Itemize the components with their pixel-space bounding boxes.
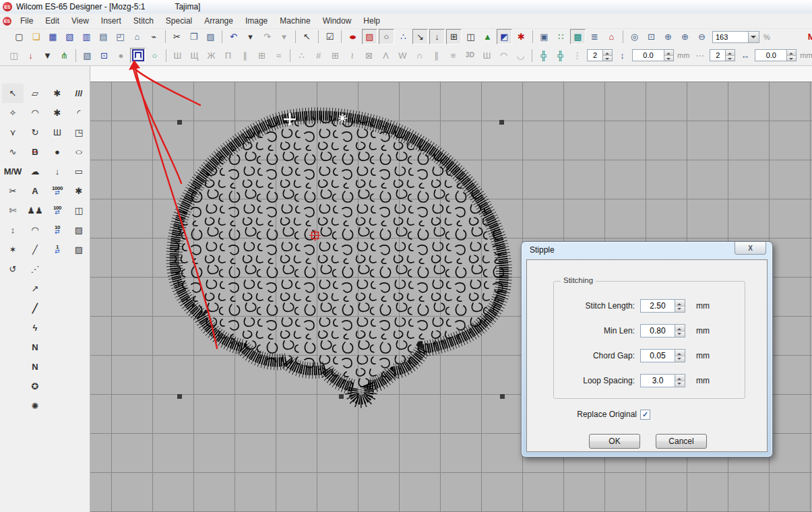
select-object-icon[interactable]: ↖	[299, 29, 315, 44]
trim-stitches-tool[interactable]: ✂	[2, 181, 24, 201]
reshape-tool[interactable]: ▱	[24, 84, 46, 103]
fancy-fill-icon[interactable]: Ш	[479, 48, 495, 63]
paste-icon[interactable]: ▨	[203, 29, 218, 44]
triangle-fill-icon[interactable]: Λ	[378, 48, 394, 63]
loop-spacing-input[interactable]	[640, 374, 675, 387]
ok-button[interactable]: OK	[589, 434, 640, 449]
cols-count-spinner-buttons[interactable]	[725, 49, 735, 61]
copy-icon[interactable]: ❐	[186, 29, 201, 44]
outline-design-icon[interactable]: ○	[147, 48, 162, 63]
stipple-dialog[interactable]: Stipple X Stitching Stitch Length: mm Mi…	[521, 241, 773, 457]
title-bar[interactable]: ES Wilcom ES-65 Designer - [Mozg-5:1 Taj…	[0, 0, 812, 14]
cut-needle-tool[interactable]: ✄	[2, 201, 24, 220]
cloud-shape-tool[interactable]: ☁	[24, 162, 46, 181]
polygon-select-tool[interactable]: ✧	[2, 103, 24, 123]
save-design-icon[interactable]: ▦	[45, 29, 61, 44]
menu-arrange[interactable]: Arrange	[198, 14, 239, 28]
image-tool-1[interactable]: ▨	[68, 220, 90, 240]
connector-tool-icon[interactable]: ▼	[40, 48, 55, 63]
program-split-icon[interactable]: ⊞	[254, 48, 270, 63]
lattice-fill-icon[interactable]: ⊞	[327, 48, 343, 63]
contour-fill-icon[interactable]: ≡	[445, 48, 461, 63]
spacing-1000-tool[interactable]: 1000⇄	[46, 181, 68, 201]
trueview-icon[interactable]: ●	[340, 29, 365, 44]
min-len-spinner[interactable]	[675, 324, 685, 338]
dialog-close-button[interactable]: X	[735, 242, 766, 255]
needle-entry-tool[interactable]: ↓	[46, 162, 68, 181]
complex-shape-tool[interactable]: ◳	[68, 123, 90, 142]
paired-figures-tool[interactable]: ♟♟	[24, 201, 46, 220]
columns-icon[interactable]: ⋯	[692, 48, 708, 63]
hoop-layout-icon[interactable]: ◫	[6, 48, 22, 63]
cloud-fill-b-icon[interactable]: ◡	[513, 48, 528, 63]
min-len-input[interactable]	[640, 324, 675, 338]
stitch-length-spinner[interactable]	[675, 299, 685, 313]
stitch-list-icon[interactable]: ≣	[587, 29, 602, 44]
stitch-length-input[interactable]	[640, 299, 675, 313]
spacing-10-tool[interactable]: 10⇄	[46, 220, 68, 240]
cut-icon[interactable]: ✂	[169, 29, 185, 44]
row-spacing-spinner-buttons[interactable]	[664, 49, 674, 61]
menu-help[interactable]: Help	[357, 14, 386, 28]
show-cursor-icon[interactable]: ↘	[412, 29, 428, 44]
zoom-dropdown-icon[interactable]	[748, 31, 759, 43]
remove-branching-tool[interactable]: B	[24, 142, 46, 162]
menu-stitch[interactable]: Stitch	[127, 14, 160, 28]
show-vector-icon[interactable]: ✱	[513, 29, 529, 44]
show-hoop-icon[interactable]: ◫	[463, 29, 478, 44]
zigzag-line-tool[interactable]: ϟ	[24, 318, 46, 338]
rows-count-spinner-buttons[interactable]	[602, 49, 613, 61]
menu-view[interactable]: View	[65, 14, 95, 28]
arch-fill-icon[interactable]: ∩	[412, 48, 427, 63]
straight-line-tool[interactable]: ╱	[24, 298, 46, 318]
col-spacing-icon[interactable]: ↔	[737, 48, 753, 63]
color-film-icon[interactable]: ▩	[570, 29, 586, 44]
connect-machine-icon[interactable]: ⌁	[146, 29, 162, 44]
machine-icon[interactable]: ⌂	[129, 29, 145, 44]
image-tool-2[interactable]: ▨	[68, 240, 90, 259]
menu-special[interactable]: Special	[160, 14, 198, 28]
cross-stitch-icon[interactable]: ⊠	[361, 48, 377, 63]
rotate-tool[interactable]: ↻	[24, 123, 46, 142]
col-spacing-spinner-buttons[interactable]	[786, 49, 797, 61]
reshape-dome-tool[interactable]: ◠	[24, 103, 46, 123]
vertex-select-tool[interactable]: ⋎	[2, 123, 24, 142]
zoom-factor-icon[interactable]: ⊕	[660, 29, 676, 44]
spacing-1-tool[interactable]: 1⇄	[46, 240, 68, 259]
needle-point-tool-icon[interactable]: ↓	[23, 48, 38, 63]
redo-dropdown-icon[interactable]: ▾	[276, 29, 292, 44]
mirror-copy-gray-tool[interactable]: ✱	[46, 103, 68, 123]
sequence-icon[interactable]: ▧	[80, 48, 95, 63]
rectangle-tool[interactable]: ▭	[68, 162, 90, 181]
show-needle-points-icon[interactable]: ∴	[396, 29, 411, 44]
circle-object-icon[interactable]: ●	[113, 48, 129, 63]
ellipse-tool[interactable]: ○	[61, 142, 96, 162]
col-spacing-spinner[interactable]	[755, 49, 797, 61]
column-satin-tool[interactable]: Ш	[46, 123, 68, 142]
show-grid-icon[interactable]: ⊞	[446, 29, 462, 44]
zoom-out-icon[interactable]: ⊖	[694, 29, 710, 44]
menu-file[interactable]: File	[14, 14, 39, 28]
line-nodes-tool[interactable]: ╱	[24, 240, 46, 259]
n-outline-tool[interactable]: N	[24, 338, 46, 357]
zoom-box-icon[interactable]: ⊡	[644, 29, 659, 44]
spacing-100-tool[interactable]: 100⇄	[46, 201, 68, 220]
zoom-level-input[interactable]	[712, 31, 748, 43]
zoom-1to1-icon[interactable]: ◎	[627, 29, 642, 44]
cancel-button[interactable]: Cancel	[656, 434, 707, 449]
col-spacing-spinner-input[interactable]	[755, 49, 786, 61]
radial-fill-tool[interactable]: ✺	[24, 396, 46, 416]
undo-icon[interactable]: ↶	[226, 29, 241, 44]
wave-fill-icon[interactable]: ≈	[271, 48, 286, 63]
cloud-fill-a-icon[interactable]: ◠	[496, 48, 511, 63]
ellipse-rotate-tool[interactable]: ↺	[2, 259, 24, 279]
print-icon[interactable]: ▤	[96, 29, 111, 44]
auto-options-icon[interactable]: ☑	[322, 29, 338, 44]
show-penetrations-icon[interactable]: ↓	[429, 29, 445, 44]
selection-handle[interactable]	[177, 120, 182, 125]
offset-fill-icon[interactable]: ⊡	[96, 48, 112, 63]
export-machine-file-icon[interactable]: M	[804, 29, 812, 44]
design-properties-icon[interactable]: ▥	[79, 29, 94, 44]
row-spacing-icon[interactable]: ↕	[615, 48, 630, 63]
selection-handle[interactable]	[499, 120, 504, 125]
